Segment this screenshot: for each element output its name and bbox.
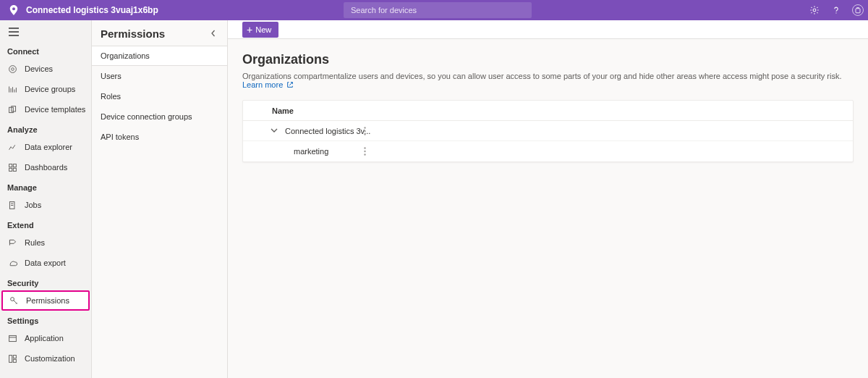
nav-application[interactable]: Application <box>0 328 91 348</box>
svg-point-21 <box>364 151 365 152</box>
learn-more-link[interactable]: Learn more <box>242 80 283 89</box>
main-area: + New Organizations Organizations compar… <box>228 20 868 378</box>
new-button[interactable]: + New <box>242 22 278 38</box>
nav-device-templates-label: Device templates <box>25 105 85 114</box>
svg-rect-2 <box>856 9 860 13</box>
nav-customization-label: Customization <box>25 354 75 363</box>
svg-point-0 <box>813 9 816 12</box>
col-name: Name <box>243 106 294 115</box>
table-header: Name <box>243 101 853 121</box>
app-title: Connected logistics 3vuaj1x6bp <box>26 5 158 15</box>
svg-rect-15 <box>13 355 16 358</box>
help-icon[interactable] <box>830 4 842 16</box>
svg-point-3 <box>9 65 16 72</box>
svg-point-20 <box>364 147 365 148</box>
svg-point-17 <box>364 127 365 128</box>
svg-rect-8 <box>13 164 16 167</box>
customization-icon <box>7 353 17 364</box>
nav-device-groups[interactable]: Device groups <box>0 79 91 99</box>
external-link-icon <box>286 81 294 90</box>
table-row[interactable]: Connected logistics 3v... <box>243 121 853 141</box>
more-icon[interactable] <box>364 147 375 156</box>
nav-customization[interactable]: Customization <box>0 348 91 369</box>
chevron-down-icon[interactable] <box>271 127 279 135</box>
nav-jobs-label: Jobs <box>25 201 41 209</box>
subnav-device-connection-groups[interactable]: Device connection groups <box>92 106 227 127</box>
section-settings: Settings <box>0 311 91 328</box>
svg-rect-14 <box>9 355 12 362</box>
section-extend: Extend <box>0 215 91 232</box>
location-pin-icon <box>9 5 19 15</box>
section-security: Security <box>0 273 91 290</box>
nav-data-export[interactable]: Data export <box>0 253 91 273</box>
nav-dashboards[interactable]: Dashboards <box>0 157 91 177</box>
search-input[interactable]: Search for devices <box>344 2 532 18</box>
nav-devices[interactable]: Devices <box>0 59 91 79</box>
subnav-users[interactable]: Users <box>92 66 227 86</box>
subnav-title: Permissions <box>101 28 165 40</box>
dashboards-icon <box>7 162 17 172</box>
nav-jobs[interactable]: Jobs <box>0 195 91 215</box>
svg-rect-7 <box>9 164 12 167</box>
nav-dashboards-label: Dashboards <box>25 163 67 172</box>
nav-permissions[interactable]: Permissions <box>1 290 90 311</box>
svg-point-4 <box>11 67 14 70</box>
row-name: marketing <box>294 147 328 156</box>
subnav-roles[interactable]: Roles <box>92 86 227 106</box>
section-connect: Connect <box>0 41 91 59</box>
search-placeholder: Search for devices <box>351 6 417 14</box>
topbar-right-icons <box>809 4 864 16</box>
more-icon[interactable] <box>364 127 375 135</box>
subnav-api-tokens[interactable]: API tokens <box>92 127 227 147</box>
svg-rect-10 <box>13 168 16 171</box>
data-explorer-icon <box>7 142 17 152</box>
gear-icon[interactable] <box>809 4 820 16</box>
new-button-label: New <box>255 25 271 34</box>
nav-data-export-label: Data export <box>25 259 66 267</box>
svg-point-22 <box>364 154 365 155</box>
data-export-icon <box>7 258 17 268</box>
section-manage: Manage <box>0 177 91 195</box>
page-title: Organizations <box>242 52 854 67</box>
avatar[interactable] <box>852 4 864 16</box>
section-analyze: Analyze <box>0 119 91 137</box>
devices-icon <box>7 64 17 74</box>
svg-rect-13 <box>9 335 16 341</box>
nav-application-label: Application <box>25 334 64 343</box>
subnav-organizations[interactable]: Organizations <box>92 46 227 66</box>
rules-icon <box>7 238 17 248</box>
hamburger-icon[interactable] <box>9 28 20 38</box>
svg-point-19 <box>364 133 365 135</box>
nav-rules[interactable]: Rules <box>0 232 91 253</box>
plus-icon: + <box>247 25 252 35</box>
organizations-table: Name Connected logistics 3v... marketing <box>242 100 854 162</box>
left-nav: Connect Devices Device groups Device tem… <box>0 20 92 378</box>
table-row[interactable]: marketing <box>243 141 853 161</box>
nav-rules-label: Rules <box>25 238 45 247</box>
nav-devices-label: Devices <box>25 64 53 73</box>
jobs-icon <box>7 200 17 210</box>
nav-data-explorer-label: Data explorer <box>25 143 72 151</box>
permissions-icon <box>9 295 19 306</box>
nav-data-explorer[interactable]: Data explorer <box>0 137 91 157</box>
svg-point-1 <box>835 12 836 13</box>
top-bar: Connected logistics 3vuaj1x6bp Search fo… <box>0 0 868 20</box>
application-icon <box>7 333 17 343</box>
sub-nav: Permissions Organizations Users Roles De… <box>92 20 228 378</box>
page-description: Organizations compartmentalize users and… <box>242 72 854 90</box>
nav-device-groups-label: Device groups <box>25 85 75 93</box>
nav-device-templates[interactable]: Device templates <box>0 99 91 119</box>
collapse-subnav-icon[interactable] <box>210 29 220 39</box>
device-templates-icon <box>7 104 17 114</box>
command-bar: + New <box>228 20 868 39</box>
device-groups-icon <box>7 84 17 94</box>
svg-point-18 <box>364 130 365 131</box>
svg-rect-16 <box>13 359 16 362</box>
nav-permissions-label: Permissions <box>26 296 69 305</box>
svg-rect-9 <box>9 168 12 171</box>
row-name: Connected logistics 3v... <box>285 127 370 135</box>
